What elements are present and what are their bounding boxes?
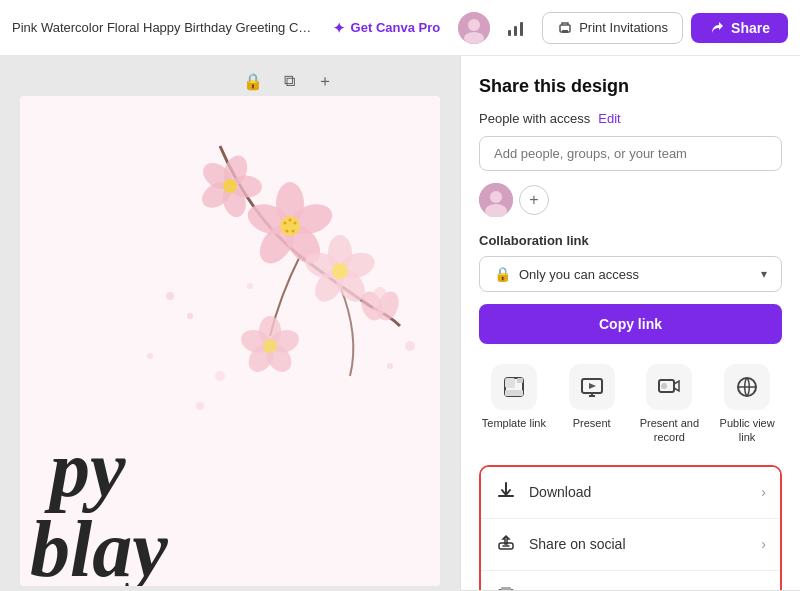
analytics-icon-button[interactable]	[498, 10, 534, 46]
share-button[interactable]: Share	[691, 13, 788, 43]
svg-point-43	[215, 371, 225, 381]
avatar-row: +	[479, 183, 782, 217]
svg-point-45	[196, 402, 204, 410]
present-icon	[569, 364, 615, 410]
svg-point-34	[372, 287, 388, 315]
document-title: Pink Watercolor Floral Happy Birthday Gr…	[12, 20, 315, 35]
present-option[interactable]: Present	[557, 364, 627, 445]
svg-point-61	[661, 383, 667, 389]
svg-rect-66	[501, 587, 511, 591]
present-record-icon	[646, 364, 692, 410]
present-label: Present	[573, 416, 611, 430]
canvas-toolbar: 🔒 ⧉ ＋	[238, 66, 340, 96]
svg-point-47	[405, 341, 415, 351]
greeting-card: py blay	[20, 96, 440, 586]
svg-point-18	[292, 230, 295, 233]
lock-icon[interactable]: 🔒	[238, 66, 268, 96]
svg-point-48	[387, 363, 393, 369]
svg-point-1	[468, 19, 480, 31]
svg-marker-59	[589, 383, 596, 389]
lock-icon: 🔒	[494, 266, 511, 282]
template-link-icon	[491, 364, 537, 410]
svg-text:py: py	[44, 425, 126, 513]
canva-pro-icon: ✦	[333, 20, 345, 36]
download-icon	[495, 480, 517, 505]
svg-rect-57	[505, 390, 523, 396]
svg-rect-55	[505, 378, 515, 388]
svg-point-42	[187, 313, 193, 319]
svg-point-40	[263, 339, 277, 353]
add-page-icon[interactable]: ＋	[310, 66, 340, 96]
share-social-label: Share on social	[529, 536, 749, 552]
collaborators-area	[458, 12, 490, 44]
svg-point-16	[294, 222, 297, 225]
svg-rect-5	[520, 22, 523, 36]
template-link-label: Template link	[482, 416, 546, 430]
edit-access-link[interactable]: Edit	[598, 111, 620, 126]
template-link-option[interactable]: Template link	[479, 364, 549, 445]
people-access-label: People with access	[479, 111, 590, 126]
svg-rect-3	[508, 30, 511, 36]
share-options-grid: Template link Present Present and re	[479, 364, 782, 445]
collaboration-link-dropdown[interactable]: 🔒 Only you can access ▾	[479, 256, 782, 292]
public-view-icon	[724, 364, 770, 410]
topbar: Pink Watercolor Floral Happy Birthday Gr…	[0, 0, 800, 56]
svg-point-52	[490, 191, 502, 203]
copy-icon[interactable]: ⧉	[274, 66, 304, 96]
download-arrow-icon: ›	[761, 484, 766, 500]
svg-point-46	[247, 283, 253, 289]
print-invitations-button[interactable]: Print Invitations	[542, 12, 683, 44]
get-canva-pro-button[interactable]: ✦ Get Canva Pro	[323, 14, 451, 42]
public-view-label: Public view link	[712, 416, 782, 445]
action-list: Download › Share on social ›	[479, 465, 782, 591]
download-label: Download	[529, 484, 749, 500]
add-people-input[interactable]	[479, 136, 782, 171]
svg-point-44	[147, 353, 153, 359]
svg-point-19	[286, 230, 289, 233]
present-record-label: Present and record	[635, 416, 705, 445]
public-view-option[interactable]: Public view link	[712, 364, 782, 445]
svg-rect-4	[514, 26, 517, 36]
owner-avatar	[479, 183, 513, 217]
svg-point-17	[284, 222, 287, 225]
svg-text:blay: blay	[30, 505, 168, 586]
svg-point-2	[464, 32, 484, 44]
svg-point-25	[332, 263, 348, 279]
svg-point-41	[166, 292, 174, 300]
print-canva-icon	[495, 584, 517, 591]
copy-link-button[interactable]: Copy link	[479, 304, 782, 344]
people-access-row: People with access Edit	[479, 111, 782, 126]
svg-rect-56	[517, 378, 523, 383]
add-collaborator-button[interactable]: +	[519, 185, 549, 215]
svg-rect-7	[562, 30, 568, 33]
collab-section-label: Collaboration link	[479, 233, 782, 248]
present-record-option[interactable]: Present and record	[635, 364, 705, 445]
download-action[interactable]: Download ›	[481, 467, 780, 519]
share-panel-title: Share this design	[479, 76, 782, 97]
chevron-down-icon: ▾	[761, 267, 767, 281]
share-panel: Share this design People with access Edi…	[460, 56, 800, 591]
avatar	[458, 12, 490, 44]
svg-point-31	[223, 179, 237, 193]
svg-point-15	[289, 219, 292, 222]
share-social-action[interactable]: Share on social ›	[481, 519, 780, 571]
share-social-arrow-icon: ›	[761, 536, 766, 552]
collab-option-text: Only you can access	[519, 267, 753, 282]
print-canva-action[interactable]: Print with Canva ›	[481, 571, 780, 591]
share-social-icon	[495, 532, 517, 557]
